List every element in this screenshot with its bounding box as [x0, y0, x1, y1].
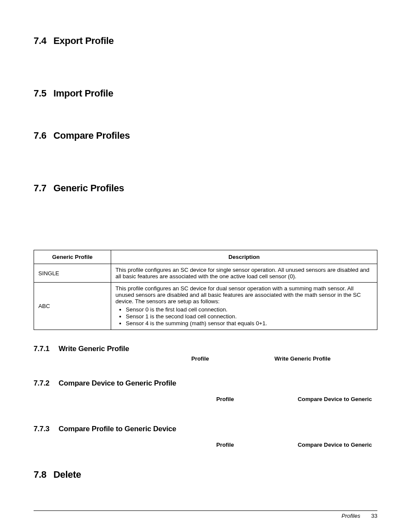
generic-profiles-table: Generic Profile Description SINGLE This … — [34, 250, 377, 330]
heading-title: Compare Profiles — [53, 130, 130, 141]
heading-7-6: 7.6Compare Profiles — [34, 130, 377, 141]
table-header-description: Description — [111, 250, 377, 264]
heading-title: Generic Profiles — [53, 183, 124, 193]
heading-num: 7.7 — [34, 183, 53, 194]
heading-7-7: 7.7Generic Profiles — [34, 183, 377, 194]
heading-7-8: 7.8Delete — [34, 469, 377, 480]
page: 7.4Export Profile 7.5Import Profile 7.6C… — [0, 0, 411, 532]
subheading-num: 7.7.2 — [34, 379, 59, 388]
profile-name-cell: ABC — [34, 283, 111, 330]
subheading-title: Compare Profile to Generic Device — [59, 425, 176, 433]
strong-word: Profile — [216, 442, 234, 448]
heading-num: 7.6 — [34, 130, 53, 141]
page-footer: Profiles 33 — [34, 510, 377, 519]
heading-num: 7.5 — [34, 88, 53, 99]
profile-name-cell: SINGLE — [34, 264, 111, 283]
body-line-771: ProfileWrite Generic Profile — [34, 355, 377, 363]
profile-desc-intro: This profile configures an SC device for… — [115, 285, 361, 305]
footer-page-number: 33 — [371, 513, 377, 519]
list-item: Sensor 1 is the second load cell connect… — [126, 313, 373, 320]
body-line-773: ProfileCompare Device to Generic — [34, 441, 377, 449]
profile-desc-cell: This profile configures an SC device for… — [111, 283, 377, 330]
subheading-num: 7.7.3 — [34, 425, 59, 433]
heading-title: Delete — [53, 469, 81, 480]
footer-gap — [362, 513, 370, 519]
heading-7-4: 7.4Export Profile — [34, 35, 377, 47]
table-row: ABC This profile configures an SC device… — [34, 283, 377, 330]
subheading-7-7-1: 7.7.1Write Generic Profile — [34, 345, 377, 353]
subheading-7-7-2: 7.7.2Compare Device to Generic Profile — [34, 379, 377, 388]
heading-num: 7.8 — [34, 469, 53, 480]
heading-7-5: 7.5Import Profile — [34, 88, 377, 99]
profile-desc-cell: This profile configures an SC device for… — [111, 264, 377, 283]
subheading-num: 7.7.1 — [34, 345, 59, 353]
generic-profiles-table-wrap: Generic Profile Description SINGLE This … — [34, 250, 377, 330]
table-header-row: Generic Profile Description — [34, 250, 377, 264]
strong-word: Profile — [191, 355, 209, 362]
body-line-772: ProfileCompare Device to Generic — [34, 395, 377, 403]
profile-bullet-list: Sensor 0 is the first load cell connecti… — [115, 306, 373, 327]
list-item: Sensor 0 is the first load cell connecti… — [126, 306, 373, 313]
table-header-profile: Generic Profile — [34, 250, 111, 264]
table-row: SINGLE This profile configures an SC dev… — [34, 264, 377, 283]
strong-word: Compare Device to Generic — [298, 442, 372, 448]
heading-num: 7.4 — [34, 35, 53, 47]
footer-line: Profiles 33 — [34, 513, 377, 519]
list-item: Sensor 4 is the summing (math) sensor th… — [126, 320, 373, 327]
subheading-title: Compare Device to Generic Profile — [59, 379, 176, 387]
subheading-7-7-3: 7.7.3Compare Profile to Generic Device — [34, 425, 377, 433]
heading-title: Export Profile — [53, 35, 114, 46]
subheading-title: Write Generic Profile — [59, 345, 129, 353]
strong-word: Compare Device to Generic — [298, 396, 372, 402]
footer-rule — [34, 510, 377, 511]
heading-title: Import Profile — [53, 88, 113, 99]
strong-word: Write Generic Profile — [274, 355, 330, 362]
footer-section: Profiles — [342, 513, 360, 519]
strong-word: Profile — [216, 396, 234, 402]
